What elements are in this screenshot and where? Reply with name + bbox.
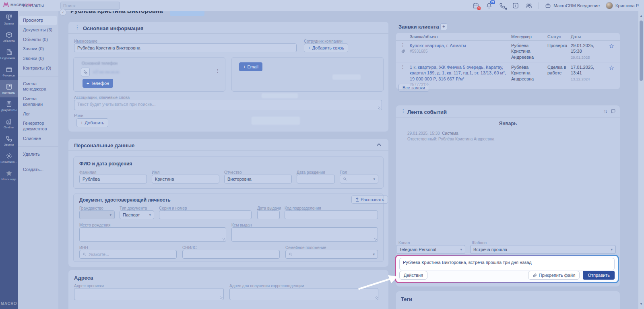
birthplace-textarea[interactable] xyxy=(79,227,226,242)
calls-icon[interactable] xyxy=(499,2,506,9)
gender-select[interactable]: ▾ xyxy=(340,175,378,183)
recognize-button[interactable]: Распознать xyxy=(351,196,388,204)
nav-item-zayavki[interactable]: Заявки xyxy=(0,11,18,28)
user-name: Кристина Р. xyxy=(615,3,639,8)
sidebar-item-generator[interactable]: Генератор документов xyxy=(19,119,57,134)
sidebar-item-smena-menedzhera[interactable]: Смена менеджера xyxy=(19,79,57,95)
request-link[interactable]: Куплю: квартира, г. Алматы xyxy=(410,43,466,48)
sidebar-item-zayavki[interactable]: Заявки (0) xyxy=(19,44,57,54)
snils-input[interactable] xyxy=(182,250,280,259)
nav-item-obekty[interactable]: Объекты xyxy=(0,28,18,45)
top-bar: MACROCRM Контакты 1 22 MacroCRM Внедрени… xyxy=(0,0,644,11)
scroll-down-icon[interactable]: ▼ xyxy=(638,302,644,306)
name-input[interactable] xyxy=(74,43,297,52)
add-role-button[interactable]: +Добавить xyxy=(76,118,108,127)
dept-code-input[interactable] xyxy=(285,210,378,219)
fio-section-title: ФИО и дата рождения xyxy=(79,161,132,167)
nav-item-dokumenty[interactable]: Документы xyxy=(0,97,18,115)
company-switcher[interactable]: MacroCRM Внедрение xyxy=(545,3,600,8)
sidebar-item-kontrakty[interactable]: Контракты (0) xyxy=(19,64,57,73)
sidebar-item-zvonki[interactable]: Звонки (0) xyxy=(19,54,57,64)
scrollbar-thumb[interactable] xyxy=(640,21,643,81)
citizenship-select[interactable]: ▾ xyxy=(79,210,115,219)
sidebar-collapse-button[interactable]: ‹ xyxy=(60,9,66,16)
nav-item-finansy[interactable]: Финансы xyxy=(0,63,18,80)
nav-item-nedvizhimost[interactable]: Недвижим... xyxy=(0,45,18,63)
collapse-chevron-icon[interactable] xyxy=(377,143,381,146)
template-select[interactable]: Встреча прошла▾ xyxy=(470,245,616,254)
row-menu-icon[interactable]: ⋮ xyxy=(400,42,405,48)
issued-by-textarea[interactable] xyxy=(231,227,378,242)
resize-handle[interactable] xyxy=(374,238,377,241)
resize-handle[interactable] xyxy=(223,238,225,241)
star-icon[interactable] xyxy=(609,43,614,49)
table-row[interactable]: ⋮ 1 к. квартира, ЖК Феечка 5 очередь, Ка… xyxy=(396,62,620,89)
template-label: Шаблон xyxy=(472,241,487,245)
nav-item-itogi-goda[interactable]: Итоги года xyxy=(0,167,18,184)
sidebar-item-udalit[interactable]: Удалить xyxy=(19,150,57,159)
sidebar-item-smena-kompanii[interactable]: Смена компании xyxy=(19,94,57,109)
sidebar-item-dokumenty[interactable]: Документы (3) xyxy=(19,25,57,35)
redacted-block xyxy=(252,117,300,125)
gender-label: Пол xyxy=(340,170,347,175)
sidebar-item-prosmotr[interactable]: Просмотр xyxy=(19,16,57,25)
patronymic-input[interactable] xyxy=(224,175,292,183)
mail-address-textarea[interactable] xyxy=(229,288,378,300)
sidebar-item-sliyanie[interactable]: Слияние xyxy=(19,134,57,144)
all-requests-button[interactable]: Все заявки xyxy=(398,84,429,92)
add-request-button[interactable]: + xyxy=(440,23,447,30)
page-scrollbar[interactable]: ▲ ▼ xyxy=(638,11,644,309)
doc-type-select[interactable]: Паспорт▾ xyxy=(120,210,154,219)
notifications-bell-icon[interactable]: 22 xyxy=(485,2,493,9)
table-row[interactable]: ⋮ Куплю: квартира, г. Алматы#5931685 Руб… xyxy=(396,41,620,62)
series-number-input[interactable] xyxy=(159,210,252,219)
sidebar-item-sozdat[interactable]: Создать... xyxy=(19,165,57,175)
marital-select[interactable]: ▾ xyxy=(285,250,378,259)
sort-icon[interactable]: ↑↓ xyxy=(604,109,607,114)
paperclip-icon xyxy=(533,273,537,278)
add-phone-button[interactable]: +Телефон xyxy=(83,79,113,88)
issue-date-input[interactable] xyxy=(257,210,280,219)
scroll-up-icon[interactable]: ▲ xyxy=(638,14,644,18)
nav-item-otchety[interactable]: Отчёты xyxy=(0,115,18,132)
reg-address-textarea[interactable] xyxy=(74,288,224,300)
users-icon[interactable] xyxy=(525,2,533,9)
nav-item-vozmozhnosti[interactable]: Возможно... xyxy=(0,149,18,167)
assoc-textarea[interactable] xyxy=(74,100,382,110)
search-input[interactable] xyxy=(63,3,120,8)
inn-field[interactable]: Укажите... xyxy=(79,250,177,259)
nav-item-zvonki[interactable]: Звонки xyxy=(0,132,18,149)
sidebar-item-log[interactable]: Лог xyxy=(19,109,57,119)
nav-item-kontakty[interactable]: Контакты xyxy=(0,80,18,97)
add-email-button[interactable]: +Email xyxy=(239,62,262,71)
resize-handle[interactable] xyxy=(220,297,223,299)
resize-handle[interactable] xyxy=(378,107,381,109)
calendar-icon[interactable]: 1 xyxy=(472,2,479,9)
user-menu[interactable]: Кристина Р. xyxy=(606,2,639,9)
drag-handle-icon[interactable]: ⋮ xyxy=(75,25,80,30)
message-textarea[interactable]: Рублёва Кристина Викторовна, встреча про… xyxy=(399,258,615,270)
resize-handle[interactable] xyxy=(375,297,378,299)
phone-call-button[interactable] xyxy=(81,68,90,76)
surname-input[interactable] xyxy=(79,175,147,183)
row-menu-icon[interactable]: ⋮ xyxy=(400,64,405,70)
phone-menu-icon[interactable]: ⋮ xyxy=(215,68,220,73)
star-icon[interactable] xyxy=(609,65,614,70)
chat-icon[interactable] xyxy=(611,109,616,114)
actions-button[interactable]: Действия xyxy=(399,271,427,280)
sidebar-item-obekty[interactable]: Объекты (0) xyxy=(19,35,57,45)
request-status: Сделка в работе xyxy=(547,64,571,87)
attach-file-button[interactable]: Прикрепить файл xyxy=(528,271,580,280)
cube-icon xyxy=(6,31,12,38)
send-button[interactable]: Отправить xyxy=(583,271,615,280)
global-search[interactable] xyxy=(60,2,120,10)
firstname-input[interactable] xyxy=(152,175,219,183)
request-link[interactable]: 1 к. квартира, ЖК Феечка 5 очередь, Кара… xyxy=(410,65,506,81)
add-relation-button[interactable]: +Добавить связь xyxy=(304,43,348,52)
personal-title: Персональные данные xyxy=(74,142,134,148)
birthdate-input[interactable] xyxy=(297,175,335,183)
channel-select[interactable]: Telegram Personal▾ xyxy=(396,245,465,254)
drag-handle-icon[interactable]: ⋮ xyxy=(401,109,406,113)
inn-label: ИНН xyxy=(79,245,88,250)
info-icon[interactable] xyxy=(512,2,519,9)
